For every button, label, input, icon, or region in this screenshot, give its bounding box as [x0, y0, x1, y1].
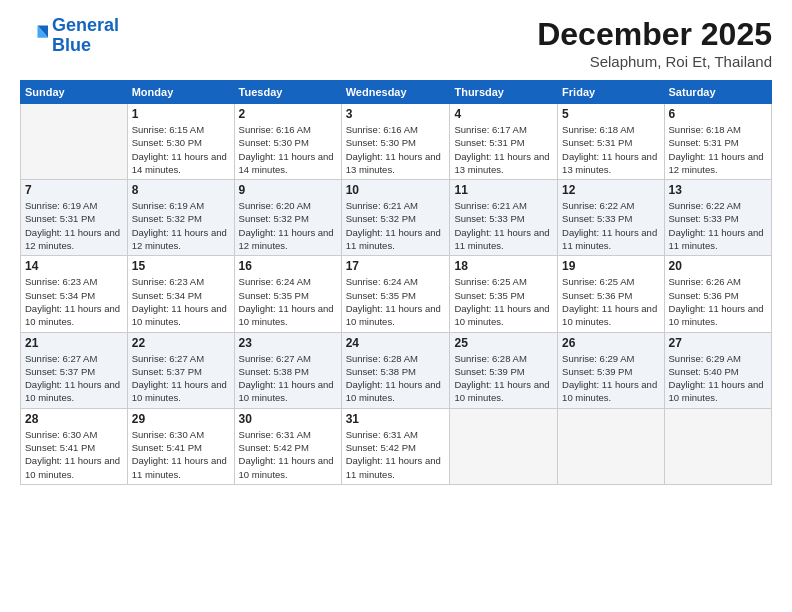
calendar-day-cell: [664, 408, 771, 484]
day-number: 17: [346, 259, 446, 273]
calendar-day-cell: 21Sunrise: 6:27 AM Sunset: 5:37 PM Dayli…: [21, 332, 128, 408]
calendar-body: 1Sunrise: 6:15 AM Sunset: 5:30 PM Daylig…: [21, 104, 772, 485]
day-number: 19: [562, 259, 659, 273]
calendar-day-cell: 19Sunrise: 6:25 AM Sunset: 5:36 PM Dayli…: [558, 256, 664, 332]
logo-line1: General: [52, 15, 119, 35]
day-info: Sunrise: 6:27 AM Sunset: 5:37 PM Dayligh…: [132, 352, 230, 405]
day-number: 16: [239, 259, 337, 273]
day-number: 4: [454, 107, 553, 121]
day-info: Sunrise: 6:17 AM Sunset: 5:31 PM Dayligh…: [454, 123, 553, 176]
day-info: Sunrise: 6:21 AM Sunset: 5:32 PM Dayligh…: [346, 199, 446, 252]
weekday-header: Wednesday: [341, 81, 450, 104]
day-number: 30: [239, 412, 337, 426]
day-info: Sunrise: 6:31 AM Sunset: 5:42 PM Dayligh…: [346, 428, 446, 481]
day-info: Sunrise: 6:24 AM Sunset: 5:35 PM Dayligh…: [239, 275, 337, 328]
day-info: Sunrise: 6:29 AM Sunset: 5:40 PM Dayligh…: [669, 352, 767, 405]
calendar: SundayMondayTuesdayWednesdayThursdayFrid…: [20, 80, 772, 485]
day-info: Sunrise: 6:25 AM Sunset: 5:35 PM Dayligh…: [454, 275, 553, 328]
calendar-day-cell: 28Sunrise: 6:30 AM Sunset: 5:41 PM Dayli…: [21, 408, 128, 484]
calendar-day-cell: 30Sunrise: 6:31 AM Sunset: 5:42 PM Dayli…: [234, 408, 341, 484]
calendar-day-cell: [21, 104, 128, 180]
calendar-header: SundayMondayTuesdayWednesdayThursdayFrid…: [21, 81, 772, 104]
calendar-day-cell: 25Sunrise: 6:28 AM Sunset: 5:39 PM Dayli…: [450, 332, 558, 408]
day-info: Sunrise: 6:21 AM Sunset: 5:33 PM Dayligh…: [454, 199, 553, 252]
day-number: 1: [132, 107, 230, 121]
day-info: Sunrise: 6:31 AM Sunset: 5:42 PM Dayligh…: [239, 428, 337, 481]
day-info: Sunrise: 6:16 AM Sunset: 5:30 PM Dayligh…: [346, 123, 446, 176]
day-number: 31: [346, 412, 446, 426]
calendar-day-cell: 14Sunrise: 6:23 AM Sunset: 5:34 PM Dayli…: [21, 256, 128, 332]
day-info: Sunrise: 6:26 AM Sunset: 5:36 PM Dayligh…: [669, 275, 767, 328]
day-info: Sunrise: 6:24 AM Sunset: 5:35 PM Dayligh…: [346, 275, 446, 328]
day-number: 15: [132, 259, 230, 273]
calendar-day-cell: 20Sunrise: 6:26 AM Sunset: 5:36 PM Dayli…: [664, 256, 771, 332]
logo-text: General Blue: [52, 16, 119, 56]
calendar-day-cell: 23Sunrise: 6:27 AM Sunset: 5:38 PM Dayli…: [234, 332, 341, 408]
day-number: 23: [239, 336, 337, 350]
calendar-week-row: 7Sunrise: 6:19 AM Sunset: 5:31 PM Daylig…: [21, 180, 772, 256]
day-info: Sunrise: 6:29 AM Sunset: 5:39 PM Dayligh…: [562, 352, 659, 405]
day-number: 13: [669, 183, 767, 197]
day-info: Sunrise: 6:30 AM Sunset: 5:41 PM Dayligh…: [25, 428, 123, 481]
month-title: December 2025: [537, 16, 772, 53]
calendar-day-cell: 7Sunrise: 6:19 AM Sunset: 5:31 PM Daylig…: [21, 180, 128, 256]
calendar-day-cell: 24Sunrise: 6:28 AM Sunset: 5:38 PM Dayli…: [341, 332, 450, 408]
calendar-day-cell: 16Sunrise: 6:24 AM Sunset: 5:35 PM Dayli…: [234, 256, 341, 332]
day-number: 14: [25, 259, 123, 273]
day-info: Sunrise: 6:28 AM Sunset: 5:38 PM Dayligh…: [346, 352, 446, 405]
day-number: 9: [239, 183, 337, 197]
calendar-day-cell: 11Sunrise: 6:21 AM Sunset: 5:33 PM Dayli…: [450, 180, 558, 256]
day-info: Sunrise: 6:18 AM Sunset: 5:31 PM Dayligh…: [562, 123, 659, 176]
weekday-header: Monday: [127, 81, 234, 104]
day-number: 27: [669, 336, 767, 350]
day-info: Sunrise: 6:19 AM Sunset: 5:32 PM Dayligh…: [132, 199, 230, 252]
day-number: 5: [562, 107, 659, 121]
day-number: 10: [346, 183, 446, 197]
page: General Blue December 2025 Selaphum, Roi…: [0, 0, 792, 612]
logo: General Blue: [20, 16, 119, 56]
calendar-day-cell: 8Sunrise: 6:19 AM Sunset: 5:32 PM Daylig…: [127, 180, 234, 256]
day-number: 7: [25, 183, 123, 197]
calendar-day-cell: 6Sunrise: 6:18 AM Sunset: 5:31 PM Daylig…: [664, 104, 771, 180]
calendar-day-cell: 2Sunrise: 6:16 AM Sunset: 5:30 PM Daylig…: [234, 104, 341, 180]
calendar-day-cell: [450, 408, 558, 484]
day-number: 25: [454, 336, 553, 350]
calendar-day-cell: 4Sunrise: 6:17 AM Sunset: 5:31 PM Daylig…: [450, 104, 558, 180]
calendar-day-cell: 22Sunrise: 6:27 AM Sunset: 5:37 PM Dayli…: [127, 332, 234, 408]
calendar-day-cell: 13Sunrise: 6:22 AM Sunset: 5:33 PM Dayli…: [664, 180, 771, 256]
day-info: Sunrise: 6:23 AM Sunset: 5:34 PM Dayligh…: [25, 275, 123, 328]
calendar-day-cell: 3Sunrise: 6:16 AM Sunset: 5:30 PM Daylig…: [341, 104, 450, 180]
weekday-header: Tuesday: [234, 81, 341, 104]
day-info: Sunrise: 6:20 AM Sunset: 5:32 PM Dayligh…: [239, 199, 337, 252]
calendar-day-cell: 9Sunrise: 6:20 AM Sunset: 5:32 PM Daylig…: [234, 180, 341, 256]
day-number: 3: [346, 107, 446, 121]
day-info: Sunrise: 6:23 AM Sunset: 5:34 PM Dayligh…: [132, 275, 230, 328]
day-info: Sunrise: 6:22 AM Sunset: 5:33 PM Dayligh…: [562, 199, 659, 252]
day-number: 6: [669, 107, 767, 121]
day-number: 8: [132, 183, 230, 197]
day-info: Sunrise: 6:27 AM Sunset: 5:38 PM Dayligh…: [239, 352, 337, 405]
calendar-day-cell: [558, 408, 664, 484]
day-info: Sunrise: 6:15 AM Sunset: 5:30 PM Dayligh…: [132, 123, 230, 176]
day-number: 18: [454, 259, 553, 273]
calendar-day-cell: 27Sunrise: 6:29 AM Sunset: 5:40 PM Dayli…: [664, 332, 771, 408]
day-number: 24: [346, 336, 446, 350]
calendar-week-row: 28Sunrise: 6:30 AM Sunset: 5:41 PM Dayli…: [21, 408, 772, 484]
day-info: Sunrise: 6:28 AM Sunset: 5:39 PM Dayligh…: [454, 352, 553, 405]
calendar-day-cell: 31Sunrise: 6:31 AM Sunset: 5:42 PM Dayli…: [341, 408, 450, 484]
day-info: Sunrise: 6:18 AM Sunset: 5:31 PM Dayligh…: [669, 123, 767, 176]
weekday-row: SundayMondayTuesdayWednesdayThursdayFrid…: [21, 81, 772, 104]
title-block: December 2025 Selaphum, Roi Et, Thailand: [537, 16, 772, 70]
day-info: Sunrise: 6:25 AM Sunset: 5:36 PM Dayligh…: [562, 275, 659, 328]
day-number: 28: [25, 412, 123, 426]
day-info: Sunrise: 6:19 AM Sunset: 5:31 PM Dayligh…: [25, 199, 123, 252]
calendar-day-cell: 12Sunrise: 6:22 AM Sunset: 5:33 PM Dayli…: [558, 180, 664, 256]
day-number: 26: [562, 336, 659, 350]
calendar-day-cell: 5Sunrise: 6:18 AM Sunset: 5:31 PM Daylig…: [558, 104, 664, 180]
day-number: 20: [669, 259, 767, 273]
calendar-day-cell: 18Sunrise: 6:25 AM Sunset: 5:35 PM Dayli…: [450, 256, 558, 332]
day-number: 29: [132, 412, 230, 426]
calendar-day-cell: 1Sunrise: 6:15 AM Sunset: 5:30 PM Daylig…: [127, 104, 234, 180]
calendar-week-row: 21Sunrise: 6:27 AM Sunset: 5:37 PM Dayli…: [21, 332, 772, 408]
calendar-week-row: 1Sunrise: 6:15 AM Sunset: 5:30 PM Daylig…: [21, 104, 772, 180]
